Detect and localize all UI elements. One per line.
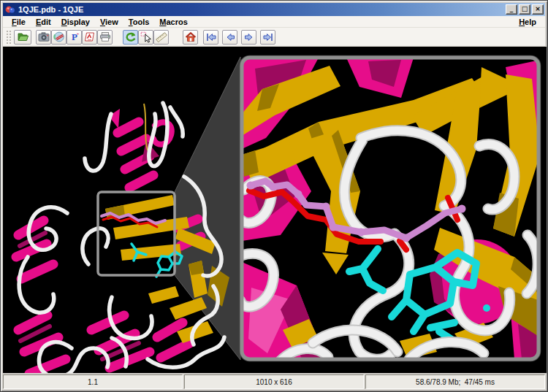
povray-export-button[interactable]: P: [66, 30, 82, 45]
pick-cursor-icon: [140, 31, 152, 43]
jmol-app-icon: [5, 4, 15, 15]
ruler-icon: [156, 31, 167, 43]
statusbar: 1.1 1010 x 616 58.6/78.9 Mb; 47/45 ms: [3, 373, 545, 389]
molecular-scene: [3, 47, 547, 373]
close-button[interactable]: ×: [532, 4, 544, 15]
toolbar: P: [3, 28, 545, 47]
status-memory: 58.6/78.9 Mb; 47/45 ms: [365, 374, 545, 389]
magnified-inset: [240, 56, 541, 361]
first-frame-button[interactable]: [203, 30, 218, 45]
window-title: 1QJE.pdb - 1QJE: [18, 5, 504, 14]
open-file-button[interactable]: [14, 30, 31, 45]
menu-view[interactable]: View: [95, 17, 123, 27]
next-frame-button[interactable]: [241, 30, 256, 45]
last-frame-button[interactable]: [260, 30, 275, 45]
protein-overview: [16, 103, 229, 373]
print-button[interactable]: [97, 30, 113, 45]
rotate-mode-button[interactable]: [123, 30, 138, 45]
arrow-previous-icon: [224, 32, 236, 42]
status-scale: 1.1: [3, 374, 183, 389]
rotate-arrow-icon: [125, 31, 137, 43]
maximize-button[interactable]: □: [519, 4, 530, 15]
status-dimensions: 1010 x 616: [184, 374, 364, 389]
menu-macros[interactable]: Macros: [154, 17, 193, 27]
menu-tools[interactable]: Tools: [123, 17, 155, 27]
reset-home-button[interactable]: [183, 30, 198, 45]
pick-mode-button[interactable]: [138, 30, 153, 45]
menu-display[interactable]: Display: [56, 17, 95, 27]
previous-frame-button[interactable]: [222, 30, 237, 45]
toolbar-grip[interactable]: [6, 30, 11, 45]
script-page-icon: [84, 31, 96, 42]
arrow-next-icon: [243, 32, 255, 42]
write-state-button[interactable]: [51, 30, 66, 45]
menu-file[interactable]: File: [7, 17, 31, 27]
menu-edit[interactable]: Edit: [31, 17, 56, 27]
script-editor-button[interactable]: [82, 30, 97, 45]
camera-icon: [38, 31, 50, 42]
printer-icon: [99, 31, 111, 42]
arrow-first-icon: [205, 32, 217, 42]
measure-button[interactable]: [153, 30, 169, 45]
export-image-button[interactable]: [36, 30, 51, 45]
svg-text:P: P: [72, 31, 77, 42]
minimize-button[interactable]: _: [506, 4, 517, 15]
menu-help[interactable]: Help: [514, 17, 541, 27]
folder-open-icon: [17, 31, 29, 42]
povray-p-icon: P: [69, 31, 80, 42]
arrow-last-icon: [262, 32, 274, 42]
home-icon: [185, 31, 197, 43]
titlebar[interactable]: 1QJE.pdb - 1QJE _ □ ×: [3, 3, 545, 16]
menubar: File Edit Display View Tools Macros Help: [3, 16, 545, 28]
app-window: 1QJE.pdb - 1QJE _ □ × File Edit Display …: [0, 0, 548, 392]
molecular-viewport[interactable]: [3, 47, 547, 373]
disc-write-icon: [53, 31, 65, 42]
